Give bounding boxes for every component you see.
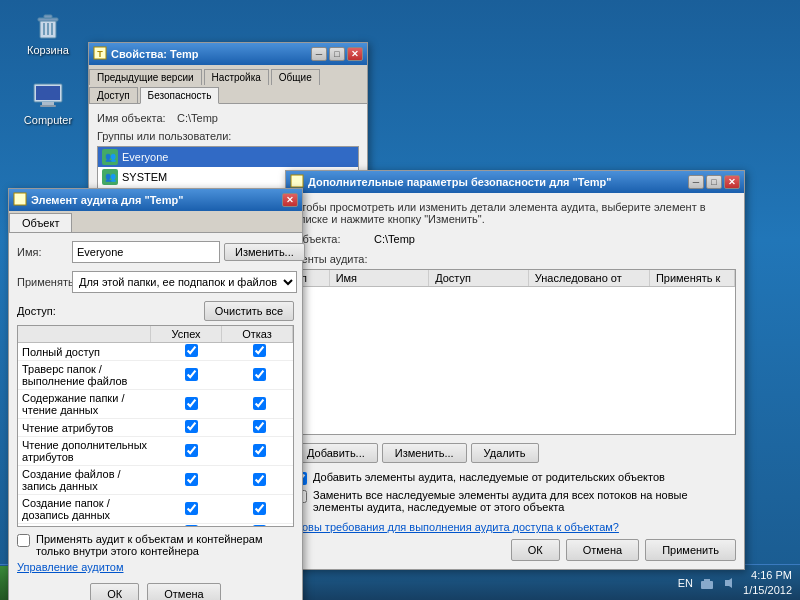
adv-sec-titlebar[interactable]: Дополнительные параметры безопасности дл… xyxy=(286,171,744,193)
deny-checkbox[interactable] xyxy=(253,397,266,410)
access-row: Чтение атрибутов xyxy=(18,419,293,437)
audit-container-checkbox[interactable] xyxy=(17,534,30,547)
audit-access-table[interactable]: Успех Отказ Полный доступ Траверс папок … xyxy=(17,325,294,527)
taskbar-language: EN xyxy=(678,577,693,589)
access-deny-check[interactable] xyxy=(225,443,293,460)
adv-object-value: C:\Temp xyxy=(374,233,415,245)
col-name: Имя xyxy=(330,270,430,286)
audit-cancel-btn[interactable]: Отмена xyxy=(147,583,220,600)
audit-clear-btn[interactable]: Очистить все xyxy=(204,301,294,321)
deny-checkbox[interactable] xyxy=(253,344,266,357)
tab-security[interactable]: Безопасность xyxy=(140,87,220,104)
object-name-row: Имя объекта: C:\Temp xyxy=(97,112,359,124)
audit-tab-object[interactable]: Объект xyxy=(9,213,72,232)
access-deny-check[interactable] xyxy=(225,367,293,384)
tab-access[interactable]: Доступ xyxy=(89,87,138,103)
col-inherited: Унаследовано от xyxy=(529,270,650,286)
tab-settings[interactable]: Настройка xyxy=(204,69,269,85)
tab-general[interactable]: Общие xyxy=(271,69,320,85)
adv-cancel-btn[interactable]: Отмена xyxy=(566,539,639,561)
success-checkbox[interactable] xyxy=(185,397,198,410)
deny-checkbox[interactable] xyxy=(253,525,266,527)
access-success-check[interactable] xyxy=(158,343,226,360)
audit-change-btn[interactable]: Изменить... xyxy=(224,243,305,261)
access-success-check[interactable] xyxy=(158,472,226,489)
access-success-check[interactable] xyxy=(158,443,226,460)
access-deny-check[interactable] xyxy=(225,396,293,413)
adv-sec-content: Чтобы просмотреть или изменить детали эл… xyxy=(286,193,744,569)
user-system-icon: 👥 xyxy=(102,169,118,185)
adv-apply-btn[interactable]: Применить xyxy=(645,539,736,561)
adv-delete-btn[interactable]: Удалить xyxy=(471,443,539,463)
props-titlebar[interactable]: T Свойства: Temp ─ □ ✕ xyxy=(89,43,367,65)
audit-access-label: Доступ: xyxy=(17,305,56,317)
audit-window: Элемент аудита для "Temp" ✕ Объект Имя: … xyxy=(8,188,303,600)
adv-checkbox2-row[interactable]: Заменить все наследуемые элементы аудита… xyxy=(294,489,736,513)
audit-apply-row: Применять: Для этой папки, ее подпапок и… xyxy=(17,271,294,293)
user-everyone[interactable]: 👥 Everyone xyxy=(98,147,358,167)
access-deny-check[interactable] xyxy=(225,419,293,436)
adv-table-header: п Имя Доступ Унаследовано от Применять к xyxy=(295,270,735,287)
access-deny-check[interactable] xyxy=(225,472,293,489)
audit-name-row: Имя: Изменить... xyxy=(17,241,294,263)
access-success-check[interactable] xyxy=(158,524,226,527)
access-success-check[interactable] xyxy=(158,501,226,518)
access-row: Траверс папок / выполнение файлов xyxy=(18,361,293,390)
taskbar-right: EN 4:16 PM 1/15/2012 xyxy=(670,568,800,597)
audit-name-input[interactable] xyxy=(72,241,220,263)
access-deny-check[interactable] xyxy=(225,343,293,360)
adv-sec-close-btn[interactable]: ✕ xyxy=(724,175,740,189)
deny-checkbox[interactable] xyxy=(253,473,266,486)
success-checkbox[interactable] xyxy=(185,420,198,433)
computer-icon xyxy=(32,80,64,112)
adv-audit-link[interactable]: Новы требования для выполнения аудита до… xyxy=(294,521,736,533)
audit-management-link[interactable]: Управление аудитом xyxy=(17,561,294,573)
recycle-bin-icon xyxy=(32,10,64,42)
audit-apply-select[interactable]: Для этой папки, ее подпапок и файлов xyxy=(72,271,297,293)
success-checkbox[interactable] xyxy=(185,444,198,457)
svg-text:T: T xyxy=(97,49,103,59)
deny-checkbox[interactable] xyxy=(253,420,266,433)
adv-sec-maximize-btn[interactable]: □ xyxy=(706,175,722,189)
access-row: Создание папок / дозапись данных xyxy=(18,495,293,524)
adv-checkbox1-row[interactable]: Добавить элементы аудита, наследуемые от… xyxy=(294,471,736,485)
desktop-icon-computer[interactable]: Computer xyxy=(18,80,78,126)
desktop-icon-recycle[interactable]: Корзина xyxy=(18,10,78,56)
col-apply-to: Применять к xyxy=(650,270,735,286)
deny-checkbox[interactable] xyxy=(253,444,266,457)
audit-content: Имя: Изменить... Применять: Для этой пап… xyxy=(9,233,302,600)
audit-checkbox-row[interactable]: Применять аудит к объектам и контейнерам… xyxy=(17,533,294,557)
clock-time: 4:16 PM xyxy=(743,568,792,582)
audit-titlebar[interactable]: Элемент аудита для "Temp" ✕ xyxy=(9,189,302,211)
success-checkbox[interactable] xyxy=(185,344,198,357)
computer-label: Computer xyxy=(24,114,72,126)
adv-add-btn[interactable]: Добавить... xyxy=(294,443,378,463)
col-deny: Отказ xyxy=(222,326,293,342)
access-deny-check[interactable] xyxy=(225,524,293,527)
access-success-check[interactable] xyxy=(158,419,226,436)
deny-checkbox[interactable] xyxy=(253,368,266,381)
audit-ok-btn[interactable]: ОК xyxy=(90,583,139,600)
audit-tabs: Объект xyxy=(9,211,302,233)
success-checkbox[interactable] xyxy=(185,368,198,381)
props-close-btn[interactable]: ✕ xyxy=(347,47,363,61)
tab-prev-versions[interactable]: Предыдущие версии xyxy=(89,69,202,85)
adv-change-btn[interactable]: Изменить... xyxy=(382,443,467,463)
adv-audit-table[interactable]: п Имя Доступ Унаследовано от Применять к xyxy=(294,269,736,435)
desktop: Корзина Computer T Свойства: Temp ─ □ ✕ … xyxy=(0,0,800,600)
success-checkbox[interactable] xyxy=(185,525,198,527)
access-deny-check[interactable] xyxy=(225,501,293,518)
user-everyone-label: Everyone xyxy=(122,151,168,163)
deny-checkbox[interactable] xyxy=(253,502,266,515)
adv-sec-minimize-btn[interactable]: ─ xyxy=(688,175,704,189)
audit-close-btn[interactable]: ✕ xyxy=(282,193,298,207)
props-maximize-btn[interactable]: □ xyxy=(329,47,345,61)
success-checkbox[interactable] xyxy=(185,502,198,515)
audit-access-section: Доступ: Очистить все xyxy=(17,301,294,321)
success-checkbox[interactable] xyxy=(185,473,198,486)
taskbar-clock: 4:16 PM 1/15/2012 xyxy=(743,568,792,597)
adv-ok-btn[interactable]: ОК xyxy=(511,539,560,561)
access-success-check[interactable] xyxy=(158,367,226,384)
access-success-check[interactable] xyxy=(158,396,226,413)
props-minimize-btn[interactable]: ─ xyxy=(311,47,327,61)
